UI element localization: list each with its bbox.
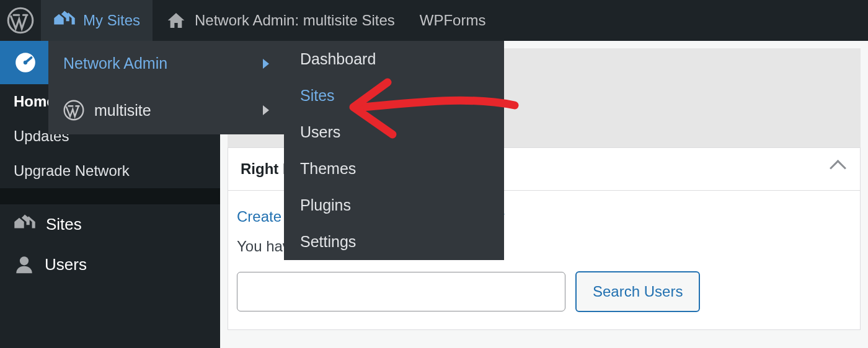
search-users-button[interactable]: Search Users <box>575 271 700 312</box>
sidebar-users[interactable]: Users <box>0 244 220 285</box>
admin-bar-site-title[interactable]: Network Admin: multisite Sites <box>153 0 407 41</box>
wordpress-icon <box>63 100 84 121</box>
admin-bar: My Sites Network Admin: multisite Sites … <box>0 0 868 41</box>
search-users-input[interactable] <box>237 272 565 311</box>
svg-point-3 <box>20 256 29 265</box>
flyout-network-admin[interactable]: Network Admin <box>48 41 284 86</box>
chevron-right-icon <box>263 105 269 115</box>
sidebar-upgrade-network[interactable]: Upgrade Network <box>0 154 220 188</box>
sidebar-divider <box>0 188 220 204</box>
flyout-label: multisite <box>94 102 151 120</box>
home-icon <box>165 11 187 30</box>
sidebar-label: Users <box>45 255 87 274</box>
flyout-label: Network Admin <box>63 54 167 72</box>
wpforms-label: WPForms <box>420 12 486 29</box>
houses-icon <box>53 11 76 30</box>
submenu-plugins[interactable]: Plugins <box>284 187 504 224</box>
wordpress-logo[interactable] <box>0 0 41 41</box>
svg-point-2 <box>24 61 27 64</box>
admin-bar-wpforms[interactable]: WPForms <box>407 0 498 41</box>
submenu-users[interactable]: Users <box>284 114 504 150</box>
submenu-dashboard[interactable]: Dashboard <box>284 41 504 77</box>
submenu-themes[interactable]: Themes <box>284 150 504 187</box>
sidebar-sites[interactable]: Sites <box>0 204 220 244</box>
admin-bar-my-sites[interactable]: My Sites <box>41 0 153 41</box>
site-title-label: Network Admin: multisite Sites <box>195 12 395 29</box>
submenu-sites[interactable]: Sites <box>284 77 504 114</box>
flyout-multisite[interactable]: multisite <box>48 86 284 134</box>
chevron-right-icon <box>263 59 269 69</box>
network-admin-submenu: Dashboard Sites Users Themes Plugins Set… <box>284 41 504 260</box>
dashboard-icon <box>14 51 37 74</box>
sidebar-label: Sites <box>46 215 82 234</box>
user-icon <box>14 254 35 275</box>
submenu-settings[interactable]: Settings <box>284 224 504 260</box>
search-row: Search Users <box>237 271 851 312</box>
collapse-toggle[interactable] <box>828 157 848 181</box>
my-sites-flyout: Network Admin multisite <box>48 41 284 134</box>
admin-bar-label: My Sites <box>83 12 140 29</box>
houses-icon <box>14 214 36 234</box>
wordpress-icon <box>7 7 34 34</box>
